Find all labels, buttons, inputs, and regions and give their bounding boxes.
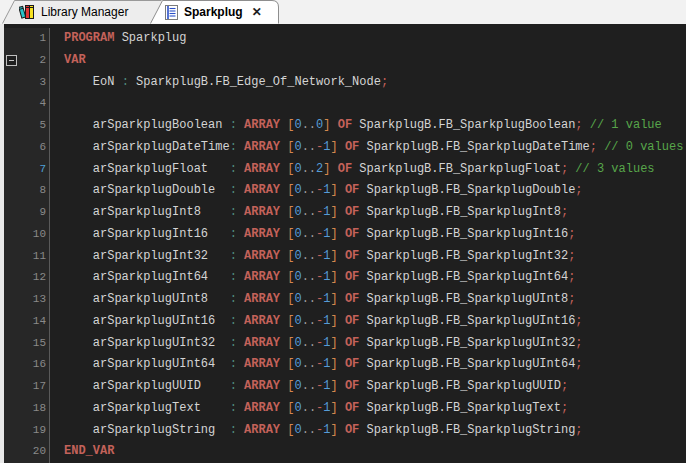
line-number[interactable]: 11 — [23, 246, 49, 268]
token-ws — [208, 270, 230, 284]
token-br: ] — [330, 249, 337, 263]
line-number[interactable]: 15 — [23, 333, 49, 355]
code-line[interactable]: arSparkplugUInt64 : ARRAY [0..-1] OF Spa… — [49, 354, 686, 376]
token-br: ] — [330, 140, 337, 154]
line-number[interactable]: 10 — [23, 224, 49, 246]
line-number[interactable]: 5 — [23, 115, 49, 137]
line-number[interactable]: 20 — [23, 441, 49, 463]
line-number[interactable]: 1 — [23, 28, 49, 50]
token-ws — [338, 401, 345, 415]
fold-margin — [4, 376, 23, 398]
line-number[interactable]: 7 — [23, 159, 49, 181]
token-op: ; — [381, 75, 388, 89]
code-line[interactable]: arSparkplugUInt8 : ARRAY [0..-1] OF Spar… — [49, 289, 686, 311]
token-ws — [215, 336, 229, 350]
token-punct: .. — [302, 270, 316, 284]
token-br: ] — [331, 401, 338, 415]
token-ws — [338, 140, 345, 154]
token-ws — [215, 423, 229, 437]
code-line[interactable]: EoN : SparkplugB.FB_Edge_Of_Network_Node… — [49, 72, 686, 94]
fold-margin — [4, 311, 23, 333]
token-kw: OF — [345, 292, 359, 306]
fold-margin — [4, 202, 23, 224]
code-line[interactable]: arSparkplugFloat : ARRAY [0..2] OF Spark… — [49, 159, 686, 181]
tab-library-manager[interactable]: Library Manager — [2, 0, 162, 24]
editor-row: 8 arSparkplugDouble : ARRAY [0..-1] OF S… — [4, 180, 686, 202]
token-br: ] — [330, 314, 337, 328]
token-ws — [215, 357, 229, 371]
library-icon — [19, 4, 35, 20]
code-line[interactable]: arSparkplugUInt16 : ARRAY [0..-1] OF Spa… — [49, 311, 686, 333]
token-kw: ARRAY — [244, 314, 280, 328]
token-colon: : — [230, 357, 237, 371]
token-id: arSparkplugBoolean — [93, 118, 223, 132]
line-number[interactable]: 8 — [23, 180, 49, 202]
code-line[interactable] — [49, 93, 686, 115]
token-ws — [222, 118, 229, 132]
fold-margin — [4, 398, 23, 420]
code-line[interactable]: VAR — [49, 50, 686, 72]
line-number[interactable]: 6 — [23, 137, 49, 159]
fold-margin — [4, 159, 23, 181]
close-icon[interactable]: ✕ — [252, 6, 262, 18]
token-id: arSparkplugInt32 — [93, 249, 208, 263]
code-line[interactable]: arSparkplugDateTime: ARRAY [0..-1] OF Sp… — [49, 137, 686, 159]
token-op: ; — [575, 423, 582, 437]
code-line[interactable]: PROGRAM Sparkplug — [49, 28, 686, 50]
token-ws — [359, 205, 366, 219]
code-line[interactable]: arSparkplugText : ARRAY [0..-1] OF Spark… — [49, 398, 686, 420]
editor-row: 17 arSparkplugUUID : ARRAY [0..-1] OF Sp… — [4, 376, 686, 398]
token-kw: ARRAY — [244, 270, 280, 284]
line-number[interactable]: 12 — [23, 267, 49, 289]
editor-row: 11 arSparkplugInt32 : ARRAY [0..-1] OF S… — [4, 246, 686, 268]
line-number[interactable]: 2 — [23, 50, 49, 72]
token-ws — [359, 227, 366, 241]
editor-row: 14 arSparkplugUInt16 : ARRAY [0..-1] OF … — [4, 311, 686, 333]
document-icon — [165, 5, 178, 20]
code-line[interactable]: END_VAR — [49, 441, 686, 463]
token-ws — [237, 249, 244, 263]
token-ws — [338, 249, 345, 263]
code-line[interactable]: arSparkplugInt16 : ARRAY [0..-1] OF Spar… — [49, 224, 686, 246]
code-line[interactable]: arSparkplugInt32 : ARRAY [0..-1] OF Spar… — [49, 246, 686, 268]
code-line[interactable]: arSparkplugString : ARRAY [0..-1] OF Spa… — [49, 420, 686, 442]
token-ws — [237, 205, 244, 219]
token-kw: OF — [345, 379, 359, 393]
token-punct: .. — [302, 140, 316, 154]
token-colon: : — [230, 249, 237, 263]
line-number[interactable]: 14 — [23, 311, 49, 333]
code-line[interactable]: arSparkplugInt8 : ARRAY [0..-1] OF Spark… — [49, 202, 686, 224]
line-number[interactable]: 13 — [23, 289, 49, 311]
code-line[interactable]: arSparkplugUUID : ARRAY [0..-1] OF Spark… — [49, 376, 686, 398]
code-line[interactable]: arSparkplugUInt32 : ARRAY [0..-1] OF Spa… — [49, 333, 686, 355]
token-br: ] — [330, 292, 337, 306]
line-number[interactable]: 19 — [23, 420, 49, 442]
token-op: ; — [568, 292, 575, 306]
token-op: ; — [561, 401, 568, 415]
code-line[interactable]: arSparkplugBoolean : ARRAY [0..0] OF Spa… — [49, 115, 686, 137]
line-number[interactable]: 17 — [23, 376, 49, 398]
token-num: 0 — [294, 205, 301, 219]
line-number[interactable]: 18 — [23, 398, 49, 420]
editor-row: 12 arSparkplugInt64 : ARRAY [0..-1] OF S… — [4, 267, 686, 289]
line-number[interactable]: 3 — [23, 72, 49, 94]
code-editor[interactable]: 1PROGRAM Sparkplug2VAR3 EoN : SparkplugB… — [0, 24, 686, 463]
fold-collapse-icon[interactable] — [6, 55, 17, 66]
token-ws — [338, 292, 345, 306]
editor-tab-bar: Library Manager S — [0, 0, 686, 24]
token-id: SparkplugB.FB_SparkplugBoolean — [359, 118, 575, 132]
code-lines-container: 1PROGRAM Sparkplug2VAR3 EoN : SparkplugB… — [4, 24, 686, 463]
tab-sparkplug[interactable]: Sparkplug ✕ — [150, 0, 280, 24]
line-number[interactable]: 16 — [23, 354, 49, 376]
code-line[interactable]: arSparkplugDouble : ARRAY [0..-1] OF Spa… — [49, 180, 686, 202]
token-ws — [215, 314, 229, 328]
token-ws — [330, 118, 337, 132]
token-ws — [359, 314, 366, 328]
code-line[interactable]: arSparkplugInt64 : ARRAY [0..-1] OF Spar… — [49, 267, 686, 289]
line-number[interactable]: 9 — [23, 202, 49, 224]
token-ws — [64, 423, 93, 437]
token-br: ] — [331, 205, 338, 219]
token-id: arSparkplugFloat — [93, 162, 208, 176]
line-number[interactable]: 4 — [23, 93, 49, 115]
token-ws — [237, 270, 244, 284]
